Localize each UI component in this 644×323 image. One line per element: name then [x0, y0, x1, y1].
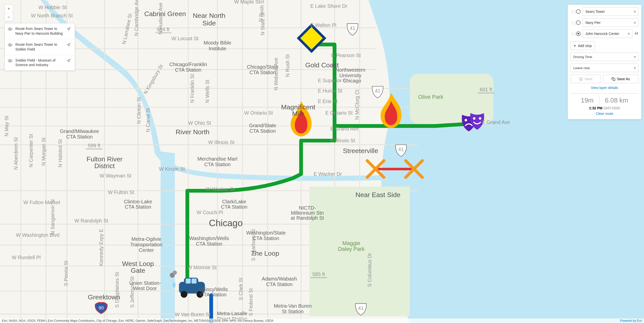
layer-item[interactable]: Soldier Field - Museum of Science and In… — [5, 55, 75, 71]
eye-icon — [8, 27, 13, 32]
clear-icon[interactable]: ✕ — [627, 32, 630, 36]
svg-point-47 — [181, 291, 187, 298]
stop-marker-icon — [576, 20, 581, 25]
layer-item[interactable]: Route from Sears Tower to Soldier Field — [5, 39, 75, 55]
svg-text:S Desplaines St: S Desplaines St — [114, 272, 120, 308]
svg-text:90: 90 — [99, 305, 104, 310]
svg-point-41 — [479, 117, 481, 120]
zoom-control: + − — [5, 5, 13, 21]
svg-text:N Hudson Ave: N Hudson Ave — [158, 3, 163, 34]
layer-item-label: Route from Sears Tower to Soldier Field — [15, 42, 64, 52]
svg-text:E Superior St: E Superior St — [318, 78, 348, 83]
route-distance: 6.08 km — [605, 97, 628, 104]
svg-text:N Clinton St: N Clinton St — [136, 97, 142, 124]
depart-select[interactable]: Leave now ▾ — [571, 64, 638, 72]
svg-text:W Kinzie St: W Kinzie St — [159, 166, 185, 172]
stop-row: ⋮⋮ ✕ — [571, 29, 638, 38]
arrow-icon — [67, 27, 72, 32]
svg-text:N Halsted St: N Halsted St — [57, 139, 63, 167]
attribution-bar: Esri, NASA, NGA, USGS, FEMA | Esri Commu… — [0, 318, 644, 323]
plus-icon: + — [574, 44, 576, 48]
svg-text:601 ft: 601 ft — [480, 87, 492, 92]
layer-item[interactable]: Route from Sears Tower to Navy Pier to H… — [5, 23, 75, 39]
svg-text:41: 41 — [358, 305, 364, 311]
svg-text:E Wacker Dr: E Wacker Dr — [314, 171, 342, 177]
svg-text:W Monroe St: W Monroe St — [187, 265, 217, 270]
svg-text:Adams/WabashCTA Station: Adams/WabashCTA Station — [262, 276, 297, 287]
add-stop-button[interactable]: + Add stop — [571, 41, 595, 50]
svg-text:W Maple St: W Maple St — [234, 0, 260, 5]
svg-text:N Carpenter St: N Carpenter St — [28, 134, 34, 167]
svg-text:N Sangamon St: N Sangamon St — [50, 199, 55, 235]
svg-text:E Lake Shore Dr: E Lake Shore Dr — [310, 3, 347, 9]
arrow-icon — [67, 59, 72, 64]
stop-field[interactable] — [585, 9, 627, 14]
chevron-down-icon: ▾ — [634, 55, 636, 59]
svg-text:Quincy/WellsCTA Station: Quincy/WellsCTA Station — [199, 287, 228, 298]
svg-text:E Illinois St: E Illinois St — [330, 138, 355, 143]
route-duration: 19m — [581, 97, 594, 104]
clear-icon[interactable]: ✕ — [633, 21, 636, 25]
svg-point-149 — [10, 60, 11, 61]
svg-text:41: 41 — [398, 147, 404, 152]
drag-handle-icon[interactable]: ⋮⋮ — [571, 32, 574, 36]
zoom-in-button[interactable]: + — [5, 5, 13, 13]
layer-item-label: Soldier Field - Museum of Science and In… — [15, 58, 64, 68]
reverse-stops-button[interactable] — [634, 31, 638, 36]
eye-icon — [8, 43, 13, 48]
svg-text:N McClurg Ct: N McClurg Ct — [354, 89, 360, 120]
svg-text:W Couch Pl: W Couch Pl — [196, 210, 223, 215]
attribution-text: Esri, NASA, NGA, USGS, FEMA | Esri Commu… — [2, 319, 273, 322]
arrival-tz: GMT-0500 — [603, 106, 620, 110]
svg-text:Chicago/FranklinCTA Station: Chicago/FranklinCTA Station — [169, 62, 207, 73]
svg-text:W Wacker Dr: W Wacker Dr — [206, 186, 235, 192]
svg-text:Gold Coast: Gold Coast — [305, 61, 339, 69]
svg-text:S Federal St: S Federal St — [248, 288, 254, 316]
stop-input[interactable]: ✕ — [583, 7, 638, 16]
powered-by-link[interactable]: Powered by Esri — [620, 319, 642, 322]
stop-field[interactable] — [585, 31, 627, 36]
divider — [599, 96, 599, 105]
svg-text:Streeterville: Streeterville — [343, 147, 378, 155]
save-as-label: Save As — [617, 77, 630, 81]
map-canvas[interactable]: 41 41 41 41 90 — [0, 0, 644, 323]
svg-text:E Walton Pl: E Walton Pl — [310, 22, 336, 28]
stop-field[interactable] — [585, 20, 627, 25]
travel-mode-select[interactable]: Driving Time ▾ — [571, 53, 638, 61]
arrow-icon — [67, 43, 72, 48]
svg-text:E Pearson St: E Pearson St — [331, 53, 361, 58]
svg-text:Cabrini Green: Cabrini Green — [144, 10, 186, 18]
arrival-time: 1:32 PM — [589, 106, 602, 110]
svg-text:N May St: N May St — [4, 116, 9, 136]
stop-input[interactable]: ✕ — [583, 18, 638, 27]
svg-text:W Ohio St: W Ohio St — [188, 120, 211, 126]
chevron-down-icon: ▾ — [634, 66, 636, 70]
drag-handle-icon[interactable]: ⋮⋮ — [571, 10, 574, 14]
travel-mode-value: Driving Time — [573, 55, 592, 59]
layers-panel: Route from Sears Tower to Navy Pier to H… — [5, 23, 75, 71]
svg-text:41: 41 — [350, 25, 355, 31]
stop-input[interactable]: ✕ — [583, 29, 632, 38]
svg-text:W Locust St: W Locust St — [172, 36, 199, 41]
view-layer-details-link[interactable]: View layer details — [571, 86, 638, 90]
svg-point-147 — [10, 29, 11, 30]
svg-text:W Hobbie St: W Hobbie St — [38, 5, 67, 10]
svg-rect-46 — [191, 279, 196, 284]
drag-handle-icon[interactable]: ⋮⋮ — [571, 21, 574, 25]
stop-row: ⋮⋮ ✕ — [571, 18, 638, 27]
zoom-out-button[interactable]: − — [5, 13, 13, 21]
svg-text:N Wabash Ave: N Wabash Ave — [273, 58, 279, 90]
save-row: Save Save As — [571, 75, 638, 83]
clear-route-link[interactable]: Clear route — [571, 112, 638, 116]
clear-icon[interactable]: ✕ — [633, 10, 636, 14]
svg-text:N Wells St: N Wells St — [205, 80, 210, 103]
save-button: Save — [571, 75, 601, 83]
svg-text:S Dearborn St: S Dearborn St — [251, 229, 256, 261]
svg-text:Grand/StateCTA Station: Grand/StateCTA Station — [249, 123, 276, 134]
save-as-button[interactable]: Save As — [603, 75, 638, 83]
svg-text:Kennedy Expy E: Kennedy Expy E — [98, 229, 104, 266]
app-root: 41 41 41 41 90 — [0, 0, 644, 323]
eye-icon — [8, 59, 13, 64]
svg-text:W Fulton St: W Fulton St — [108, 190, 134, 195]
svg-text:W Van Buren St: W Van Buren St — [175, 312, 211, 317]
